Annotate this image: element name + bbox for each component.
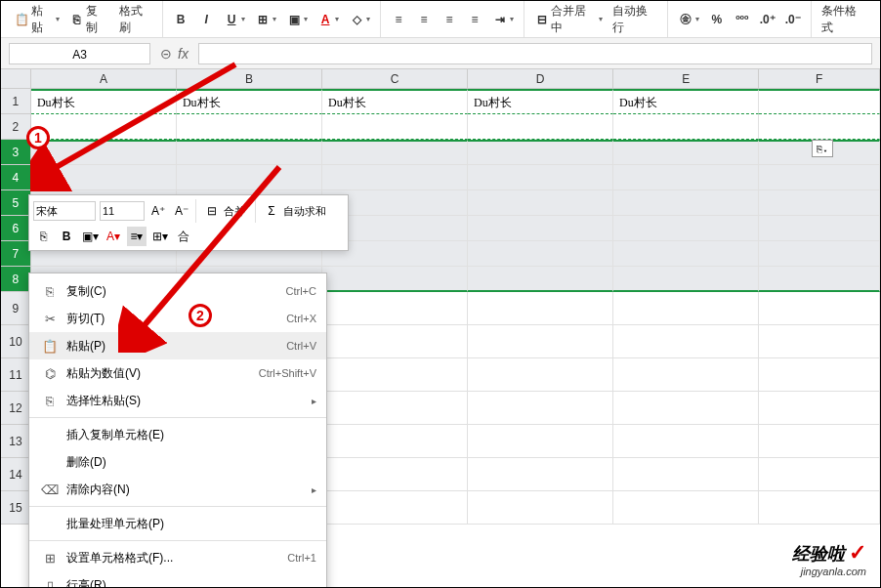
row-header-11[interactable]: 11 xyxy=(1,358,31,392)
cell-b1[interactable]: Du村长 xyxy=(177,89,322,114)
cell[interactable] xyxy=(759,458,880,491)
cell[interactable] xyxy=(322,358,468,392)
row-header-8[interactable]: 8 xyxy=(1,267,31,292)
cell[interactable] xyxy=(468,392,613,425)
cell[interactable] xyxy=(613,114,759,140)
cell[interactable] xyxy=(468,190,613,216)
cell[interactable] xyxy=(613,425,759,458)
ctx-insert-copied[interactable]: 插入复制单元格(E) xyxy=(29,421,326,448)
cell[interactable] xyxy=(759,241,880,267)
cell[interactable] xyxy=(759,425,880,458)
cell[interactable] xyxy=(31,114,177,140)
ctx-cut[interactable]: ✂剪切(T)Ctrl+X xyxy=(29,305,326,332)
merge-center-button[interactable]: ⊟合并居中▾ xyxy=(530,1,606,38)
cell[interactable] xyxy=(177,140,322,165)
cell[interactable] xyxy=(759,491,880,525)
row-header-5[interactable]: 5 xyxy=(1,190,31,216)
cell[interactable] xyxy=(468,241,613,267)
cancel-icon[interactable]: ⊝ xyxy=(160,46,172,62)
cell[interactable] xyxy=(322,267,468,292)
row-header-14[interactable]: 14 xyxy=(1,458,31,491)
wrap-text-button[interactable]: 自动换行 xyxy=(608,1,661,38)
currency-button[interactable]: ㊎▾ xyxy=(674,10,703,29)
cell[interactable] xyxy=(759,267,880,292)
cell[interactable] xyxy=(759,292,880,325)
fill-color-button[interactable]: ▣▾ xyxy=(282,10,312,29)
ctx-delete[interactable]: 删除(D) xyxy=(29,448,326,476)
cell[interactable] xyxy=(613,458,759,491)
fx-icon[interactable]: fx xyxy=(178,46,189,62)
cell[interactable] xyxy=(468,267,613,292)
cell[interactable] xyxy=(322,325,468,358)
cell-d1[interactable]: Du村长 xyxy=(468,89,613,114)
col-header-d[interactable]: D xyxy=(468,69,613,88)
cell[interactable] xyxy=(759,165,880,190)
border-button[interactable]: ⊞▾ xyxy=(251,10,280,29)
cell[interactable] xyxy=(177,114,322,140)
select-all-corner[interactable] xyxy=(1,69,31,88)
cell[interactable] xyxy=(322,392,468,425)
cell[interactable] xyxy=(613,491,759,525)
row-header-9[interactable]: 9 xyxy=(1,292,31,325)
paste-button[interactable]: 📋粘贴▾ xyxy=(11,1,63,38)
cell[interactable] xyxy=(613,216,759,241)
align-center-button[interactable]: ≡ xyxy=(412,10,436,29)
cell[interactable] xyxy=(759,325,880,358)
mini-font-color-button[interactable]: A▾ xyxy=(104,227,123,246)
underline-button[interactable]: U▾ xyxy=(220,10,249,29)
comma-button[interactable]: ººº xyxy=(731,10,754,29)
cell[interactable] xyxy=(468,491,613,525)
cell[interactable] xyxy=(468,325,613,358)
mini-font-size[interactable] xyxy=(100,201,145,221)
cell[interactable] xyxy=(613,165,759,190)
cell[interactable] xyxy=(613,140,759,165)
bold-button[interactable]: B xyxy=(169,10,192,29)
mini-format-button[interactable]: 合 xyxy=(174,227,193,246)
cell[interactable] xyxy=(759,190,880,216)
row-header-12[interactable]: 12 xyxy=(1,392,31,425)
mini-merge-icon[interactable]: ⊟ xyxy=(202,201,222,221)
eraser-button[interactable]: ◇▾ xyxy=(345,10,374,29)
ctx-copy[interactable]: ⎘复制(C)Ctrl+C xyxy=(29,277,326,305)
ctx-paste[interactable]: 📋粘贴(P)Ctrl+V xyxy=(29,332,326,359)
cond-format-button[interactable]: 条件格式 xyxy=(818,1,870,38)
cell[interactable] xyxy=(322,458,468,491)
italic-button[interactable]: I xyxy=(194,10,218,29)
cell[interactable] xyxy=(468,425,613,458)
cell[interactable] xyxy=(759,216,880,241)
align-justify-button[interactable]: ≡ xyxy=(463,10,486,29)
mini-inc-font-button[interactable]: A⁺ xyxy=(148,201,168,221)
inc-decimal-button[interactable]: .0⁺ xyxy=(756,10,779,29)
ctx-clear[interactable]: ⌫清除内容(N)▸ xyxy=(29,476,326,503)
row-header-7[interactable]: 7 xyxy=(1,241,31,267)
ctx-paste-special[interactable]: ⎘选择性粘贴(S)▸ xyxy=(29,387,326,414)
col-header-f[interactable]: F xyxy=(759,69,880,88)
cell[interactable] xyxy=(759,358,880,392)
name-box[interactable]: A3 xyxy=(9,43,150,64)
cell[interactable] xyxy=(613,292,759,325)
percent-button[interactable]: % xyxy=(705,10,729,29)
cell[interactable] xyxy=(322,140,468,165)
mini-bold-button[interactable]: B xyxy=(57,227,76,246)
cell[interactable] xyxy=(322,165,468,190)
mini-sum-icon[interactable]: Σ xyxy=(262,201,281,221)
cell[interactable] xyxy=(613,267,759,292)
cell[interactable] xyxy=(759,392,880,425)
cell[interactable] xyxy=(759,114,880,140)
cell[interactable] xyxy=(613,358,759,392)
col-header-b[interactable]: B xyxy=(177,69,322,88)
row-header-13[interactable]: 13 xyxy=(1,425,31,458)
align-right-button[interactable]: ≡ xyxy=(438,10,461,29)
cell[interactable] xyxy=(468,140,613,165)
col-header-e[interactable]: E xyxy=(613,69,759,88)
cell[interactable] xyxy=(322,491,468,525)
align-left-button[interactable]: ≡ xyxy=(387,10,410,29)
cell[interactable] xyxy=(468,114,613,140)
row-header-15[interactable]: 15 xyxy=(1,491,31,525)
cell[interactable] xyxy=(468,358,613,392)
formula-input[interactable] xyxy=(198,43,872,64)
cell[interactable] xyxy=(613,392,759,425)
cell[interactable] xyxy=(468,165,613,190)
cell[interactable] xyxy=(468,216,613,241)
col-header-c[interactable]: C xyxy=(322,69,468,88)
